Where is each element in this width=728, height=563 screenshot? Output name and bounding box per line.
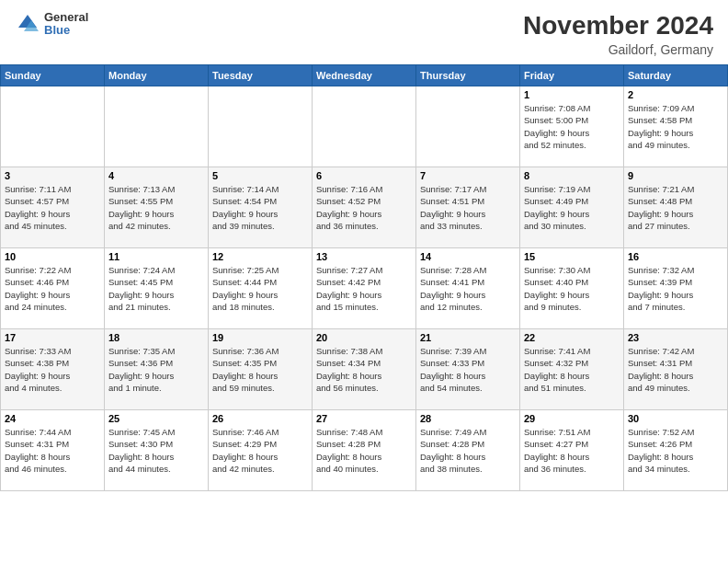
calendar-cell: 26Sunrise: 7:46 AM Sunset: 4:29 PM Dayli… bbox=[209, 410, 313, 491]
calendar-cell: 29Sunrise: 7:51 AM Sunset: 4:27 PM Dayli… bbox=[520, 410, 624, 491]
logo: General Blue bbox=[15, 11, 88, 38]
calendar-cell: 23Sunrise: 7:42 AM Sunset: 4:31 PM Dayli… bbox=[624, 329, 728, 410]
day-header-monday: Monday bbox=[105, 65, 209, 86]
calendar-header-row: SundayMondayTuesdayWednesdayThursdayFrid… bbox=[1, 65, 728, 86]
day-number: 15 bbox=[524, 251, 620, 262]
day-info: Sunrise: 7:22 AM Sunset: 4:46 PM Dayligh… bbox=[5, 264, 100, 313]
calendar-cell: 12Sunrise: 7:25 AM Sunset: 4:44 PM Dayli… bbox=[209, 248, 313, 329]
month-title: November 2024 bbox=[523, 11, 713, 40]
day-info: Sunrise: 7:49 AM Sunset: 4:28 PM Dayligh… bbox=[420, 426, 516, 475]
day-info: Sunrise: 7:17 AM Sunset: 4:51 PM Dayligh… bbox=[420, 183, 516, 232]
day-number: 27 bbox=[316, 413, 412, 424]
calendar-cell: 21Sunrise: 7:39 AM Sunset: 4:33 PM Dayli… bbox=[416, 329, 520, 410]
day-header-friday: Friday bbox=[520, 65, 624, 86]
day-number: 19 bbox=[212, 332, 308, 343]
calendar-cell: 9Sunrise: 7:21 AM Sunset: 4:48 PM Daylig… bbox=[624, 167, 728, 248]
day-number: 17 bbox=[5, 332, 100, 343]
day-header-sunday: Sunday bbox=[1, 65, 105, 86]
calendar-week-1: 1Sunrise: 7:08 AM Sunset: 5:00 PM Daylig… bbox=[1, 86, 728, 167]
calendar-cell: 27Sunrise: 7:48 AM Sunset: 4:28 PM Dayli… bbox=[313, 410, 416, 491]
day-number: 2 bbox=[628, 89, 723, 100]
calendar-cell: 1Sunrise: 7:08 AM Sunset: 5:00 PM Daylig… bbox=[520, 86, 624, 167]
day-number: 30 bbox=[628, 413, 723, 424]
calendar-week-4: 17Sunrise: 7:33 AM Sunset: 4:38 PM Dayli… bbox=[1, 329, 728, 410]
day-number: 18 bbox=[108, 332, 204, 343]
day-info: Sunrise: 7:30 AM Sunset: 4:40 PM Dayligh… bbox=[524, 264, 620, 313]
calendar-cell: 8Sunrise: 7:19 AM Sunset: 4:49 PM Daylig… bbox=[520, 167, 624, 248]
day-number: 10 bbox=[5, 251, 100, 262]
logo-general-text: General bbox=[44, 11, 88, 24]
day-number: 6 bbox=[316, 170, 412, 181]
day-header-wednesday: Wednesday bbox=[313, 65, 416, 86]
day-info: Sunrise: 7:41 AM Sunset: 4:32 PM Dayligh… bbox=[524, 345, 620, 394]
day-info: Sunrise: 7:33 AM Sunset: 4:38 PM Dayligh… bbox=[5, 345, 100, 394]
day-number: 29 bbox=[524, 413, 620, 424]
calendar-cell: 14Sunrise: 7:28 AM Sunset: 4:41 PM Dayli… bbox=[416, 248, 520, 329]
day-info: Sunrise: 7:45 AM Sunset: 4:30 PM Dayligh… bbox=[108, 426, 204, 475]
calendar-cell bbox=[209, 86, 313, 167]
day-info: Sunrise: 7:27 AM Sunset: 4:42 PM Dayligh… bbox=[316, 264, 412, 313]
day-info: Sunrise: 7:52 AM Sunset: 4:26 PM Dayligh… bbox=[628, 426, 723, 475]
day-number: 3 bbox=[5, 170, 100, 181]
day-number: 9 bbox=[628, 170, 723, 181]
calendar-week-2: 3Sunrise: 7:11 AM Sunset: 4:57 PM Daylig… bbox=[1, 167, 728, 248]
calendar-cell: 2Sunrise: 7:09 AM Sunset: 4:58 PM Daylig… bbox=[624, 86, 728, 167]
day-info: Sunrise: 7:08 AM Sunset: 5:00 PM Dayligh… bbox=[524, 102, 620, 151]
day-number: 20 bbox=[316, 332, 412, 343]
day-info: Sunrise: 7:14 AM Sunset: 4:54 PM Dayligh… bbox=[212, 183, 308, 232]
logo-icon bbox=[15, 11, 40, 37]
day-number: 14 bbox=[420, 251, 516, 262]
day-info: Sunrise: 7:24 AM Sunset: 4:45 PM Dayligh… bbox=[108, 264, 204, 313]
day-header-tuesday: Tuesday bbox=[209, 65, 313, 86]
day-number: 25 bbox=[108, 413, 204, 424]
location: Gaildorf, Germany bbox=[523, 42, 713, 57]
day-info: Sunrise: 7:39 AM Sunset: 4:33 PM Dayligh… bbox=[420, 345, 516, 394]
day-info: Sunrise: 7:11 AM Sunset: 4:57 PM Dayligh… bbox=[5, 183, 100, 232]
calendar-body: 1Sunrise: 7:08 AM Sunset: 5:00 PM Daylig… bbox=[1, 86, 728, 491]
day-header-thursday: Thursday bbox=[416, 65, 520, 86]
calendar-cell bbox=[1, 86, 105, 167]
day-number: 16 bbox=[628, 251, 723, 262]
day-info: Sunrise: 7:16 AM Sunset: 4:52 PM Dayligh… bbox=[316, 183, 412, 232]
calendar: SundayMondayTuesdayWednesdayThursdayFrid… bbox=[0, 64, 728, 491]
calendar-week-3: 10Sunrise: 7:22 AM Sunset: 4:46 PM Dayli… bbox=[1, 248, 728, 329]
day-info: Sunrise: 7:28 AM Sunset: 4:41 PM Dayligh… bbox=[420, 264, 516, 313]
calendar-cell: 4Sunrise: 7:13 AM Sunset: 4:55 PM Daylig… bbox=[105, 167, 209, 248]
title-area: November 2024 Gaildorf, Germany bbox=[523, 11, 713, 57]
day-number: 28 bbox=[420, 413, 516, 424]
day-number: 21 bbox=[420, 332, 516, 343]
day-info: Sunrise: 7:42 AM Sunset: 4:31 PM Dayligh… bbox=[628, 345, 723, 394]
day-info: Sunrise: 7:19 AM Sunset: 4:49 PM Dayligh… bbox=[524, 183, 620, 232]
day-info: Sunrise: 7:44 AM Sunset: 4:31 PM Dayligh… bbox=[5, 426, 100, 475]
calendar-cell: 13Sunrise: 7:27 AM Sunset: 4:42 PM Dayli… bbox=[313, 248, 416, 329]
day-info: Sunrise: 7:21 AM Sunset: 4:48 PM Dayligh… bbox=[628, 183, 723, 232]
day-header-saturday: Saturday bbox=[624, 65, 728, 86]
day-number: 12 bbox=[212, 251, 308, 262]
day-number: 4 bbox=[108, 170, 204, 181]
calendar-cell: 16Sunrise: 7:32 AM Sunset: 4:39 PM Dayli… bbox=[624, 248, 728, 329]
calendar-cell: 11Sunrise: 7:24 AM Sunset: 4:45 PM Dayli… bbox=[105, 248, 209, 329]
day-number: 13 bbox=[316, 251, 412, 262]
day-number: 26 bbox=[212, 413, 308, 424]
calendar-cell: 3Sunrise: 7:11 AM Sunset: 4:57 PM Daylig… bbox=[1, 167, 105, 248]
calendar-cell: 22Sunrise: 7:41 AM Sunset: 4:32 PM Dayli… bbox=[520, 329, 624, 410]
logo-blue-text: Blue bbox=[44, 24, 88, 37]
calendar-cell: 18Sunrise: 7:35 AM Sunset: 4:36 PM Dayli… bbox=[105, 329, 209, 410]
calendar-cell: 10Sunrise: 7:22 AM Sunset: 4:46 PM Dayli… bbox=[1, 248, 105, 329]
day-number: 1 bbox=[524, 89, 620, 100]
calendar-cell: 24Sunrise: 7:44 AM Sunset: 4:31 PM Dayli… bbox=[1, 410, 105, 491]
day-info: Sunrise: 7:09 AM Sunset: 4:58 PM Dayligh… bbox=[628, 102, 723, 151]
day-number: 24 bbox=[5, 413, 100, 424]
day-info: Sunrise: 7:48 AM Sunset: 4:28 PM Dayligh… bbox=[316, 426, 412, 475]
day-info: Sunrise: 7:46 AM Sunset: 4:29 PM Dayligh… bbox=[212, 426, 308, 475]
calendar-cell bbox=[105, 86, 209, 167]
calendar-cell: 7Sunrise: 7:17 AM Sunset: 4:51 PM Daylig… bbox=[416, 167, 520, 248]
day-info: Sunrise: 7:13 AM Sunset: 4:55 PM Dayligh… bbox=[108, 183, 204, 232]
day-number: 5 bbox=[212, 170, 308, 181]
day-number: 22 bbox=[524, 332, 620, 343]
day-info: Sunrise: 7:38 AM Sunset: 4:34 PM Dayligh… bbox=[316, 345, 412, 394]
header: General Blue November 2024 Gaildorf, Ger… bbox=[0, 0, 728, 64]
day-info: Sunrise: 7:51 AM Sunset: 4:27 PM Dayligh… bbox=[524, 426, 620, 475]
calendar-cell: 19Sunrise: 7:36 AM Sunset: 4:35 PM Dayli… bbox=[209, 329, 313, 410]
calendar-cell: 5Sunrise: 7:14 AM Sunset: 4:54 PM Daylig… bbox=[209, 167, 313, 248]
